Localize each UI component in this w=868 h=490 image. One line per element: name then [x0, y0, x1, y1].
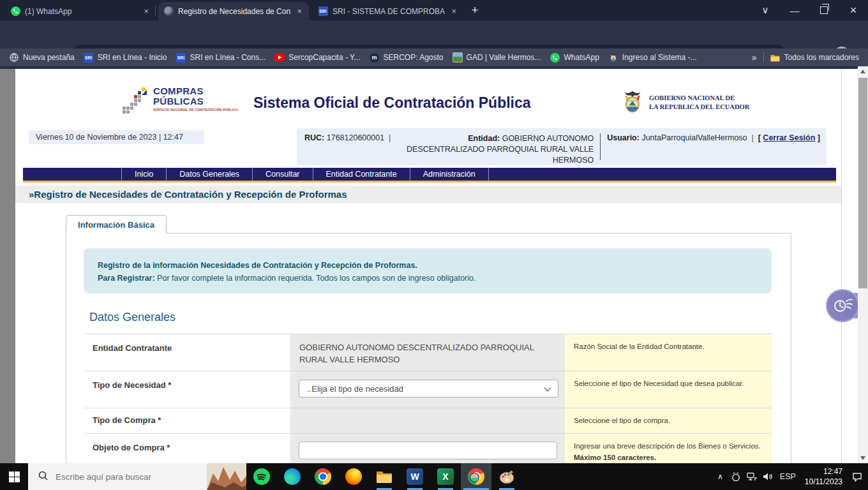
tab-divider — [155, 6, 156, 16]
bookmarks-overflow-icon[interactable]: » — [752, 52, 757, 63]
search-highlight-image[interactable] — [207, 463, 246, 490]
word-icon: W — [407, 468, 423, 485]
bookmark-sercopcapacita[interactable]: SercopCapacita - Y... — [274, 52, 360, 63]
taskbar-word[interactable]: W — [400, 463, 430, 490]
globe-icon — [9, 52, 19, 63]
taskbar-edge[interactable] — [277, 463, 308, 490]
profile-badge — [470, 473, 479, 482]
scroll-down-icon[interactable] — [860, 456, 865, 460]
network-icon[interactable] — [744, 463, 760, 490]
taskbar-spotify[interactable] — [246, 463, 277, 490]
start-button[interactable] — [0, 463, 28, 490]
tab-title: Registro de Necesidades de Con — [178, 7, 290, 16]
tab-whatsapp[interactable]: (1) WhatsApp × — [5, 2, 156, 20]
all-bookmarks-button[interactable]: Todos los marcadores — [770, 52, 859, 63]
winged-clock-icon — [826, 289, 859, 322]
search-icon — [38, 471, 48, 483]
taskbar-chrome-active[interactable] — [461, 463, 491, 490]
excel-icon: X — [437, 468, 454, 485]
paint-icon — [498, 468, 515, 485]
tab-sri[interactable]: SRI SRI - SISTEMA DE COMPROBANT × — [313, 2, 463, 20]
bookmark-gad-valle-hermoso[interactable]: GAD | Valle Hermos... — [453, 52, 541, 63]
tab-informacion-basica[interactable]: Información Básica — [66, 215, 167, 234]
ecuador-crest-icon — [608, 52, 618, 63]
notifications-icon[interactable] — [846, 463, 868, 490]
close-tab-icon[interactable]: × — [449, 6, 458, 16]
objeto-compra-input[interactable] — [299, 442, 557, 459]
page-scrollbar[interactable] — [858, 66, 868, 463]
compras-publicas-logo: COMPRAS PÚBLICAS SERVICIO NACIONAL DE CO… — [121, 86, 238, 115]
chevron-down-icon — [544, 384, 551, 391]
folder-icon — [770, 52, 781, 63]
divider — [763, 52, 764, 63]
browser-titlebar: (1) WhatsApp × Registro de Necesidades d… — [0, 0, 868, 20]
nav-datos-generales[interactable]: Datos Generales — [166, 168, 252, 181]
row-entidad-contratante: Entidad Contratante GOBIERNO AUTONOMO DE… — [84, 334, 772, 371]
field-label: Objeto de Compra * — [84, 434, 290, 463]
bookmark-sri-consultas[interactable]: SRI SRI en Línea - Cons... — [176, 52, 266, 63]
meet-now-icon[interactable] — [728, 463, 744, 490]
main-nav: Inicio Datos Generales Consultar Entidad… — [23, 168, 836, 181]
sri-favicon: SRI — [318, 6, 328, 17]
logout-link[interactable]: Cerrar Sesión — [763, 133, 815, 142]
taskbar-search[interactable] — [28, 463, 246, 490]
whatsapp-icon — [550, 52, 560, 63]
sercop-social-icon: m — [370, 52, 380, 63]
section-title: Datos Generales — [89, 311, 176, 324]
taskbar-firefox[interactable] — [338, 463, 369, 490]
tipo-necesidad-select[interactable]: ..Elija el tipo de necesidad — [299, 380, 558, 397]
tab-search-icon[interactable]: ∨ — [751, 0, 780, 20]
volume-icon[interactable] — [760, 463, 776, 490]
close-tab-icon[interactable]: × — [295, 6, 304, 16]
field-help: Seleccione el tipo de Necesidad que dese… — [565, 371, 772, 408]
minimize-button[interactable]: — — [780, 0, 809, 20]
session-bar: RUC: 1768120600001 | Entidad: GOBIERNO A… — [297, 128, 827, 165]
gad-site-icon — [453, 52, 463, 63]
taskbar: W X ∧ — [0, 463, 868, 490]
page-top-strip — [0, 66, 868, 69]
screen: (1) WhatsApp × Registro de Necesidades d… — [0, 0, 868, 490]
nav-inicio[interactable]: Inicio — [121, 168, 166, 181]
breadcrumb-band: »Registro de Necesidades de Contratación… — [15, 186, 841, 203]
page-right-edge — [841, 69, 842, 463]
close-window-button[interactable]: × — [839, 0, 868, 20]
taskbar-paint[interactable] — [491, 463, 522, 490]
field-value: GOBIERNO AUTONOMO DESCENTRALIZADO PARROQ… — [290, 334, 565, 366]
restore-button[interactable] — [809, 0, 839, 20]
ruc-field: RUC: 1768120600001 | — [304, 133, 391, 165]
new-tab-button[interactable]: + — [465, 0, 485, 20]
clock[interactable]: 12:47 10/11/2023 — [805, 466, 842, 487]
logo-text: COMPRAS — [153, 86, 238, 96]
breadcrumb: »Registro de Necesidades de Contratación… — [29, 189, 347, 200]
bookmark-nueva-pestana[interactable]: Nueva pestaña — [9, 52, 75, 63]
taskbar-chrome[interactable] — [308, 463, 338, 490]
sercop-favicon — [163, 6, 174, 17]
nav-administracion[interactable]: Administración — [410, 168, 489, 181]
page-left-gutter — [0, 69, 15, 463]
bookmark-whatsapp[interactable]: WhatsApp — [550, 52, 599, 63]
nav-consultar[interactable]: Consultar — [252, 168, 313, 181]
bookmark-sri-inicio[interactable]: SRI SRI en Línea - Inicio — [84, 52, 167, 63]
search-input[interactable] — [54, 471, 184, 482]
page-title: Sistema Oficial de Contratación Pública — [253, 94, 531, 112]
bookmark-sercop-agosto[interactable]: m SERCOP: Agosto — [370, 52, 444, 63]
taskbar-excel[interactable]: X — [430, 463, 461, 490]
edge-icon — [284, 468, 301, 485]
field-help: Seleccione el tipo de compra. — [565, 408, 772, 433]
logo-tagline: SERVICIO NACIONAL DE CONTRATACIÓN PÚBLIC… — [153, 108, 238, 112]
taskbar-explorer[interactable] — [369, 463, 400, 490]
language-indicator[interactable]: ESP — [780, 472, 796, 481]
hidden-icons-chevron[interactable]: ∧ — [712, 463, 728, 490]
bookmark-ingreso-sistema[interactable]: Ingreso al Sistema -... — [608, 52, 697, 63]
divider — [600, 133, 601, 160]
date-time-badge: Viernes 10 de Noviembre de 2023 | 12:47 — [29, 130, 204, 144]
scrollbar-thumb[interactable] — [858, 78, 867, 288]
bookmarks-bar: Nueva pestaña SRI SRI en Línea - Inicio … — [0, 48, 868, 66]
close-tab-icon[interactable]: × — [142, 6, 151, 16]
gobierno-logo: GOBIERNO NACIONAL DE LA REPUBLICA DEL EC… — [621, 89, 749, 116]
scroll-up-icon[interactable] — [860, 70, 865, 73]
nav-entidad-contratante[interactable]: Entidad Contratante — [313, 168, 410, 181]
tab-registro-necesidades[interactable]: Registro de Necesidades de Con × — [158, 2, 309, 20]
chrome-icon — [315, 468, 331, 485]
row-tipo-necesidad: Tipo de Necesidad * ..Elija el tipo de n… — [84, 371, 772, 408]
